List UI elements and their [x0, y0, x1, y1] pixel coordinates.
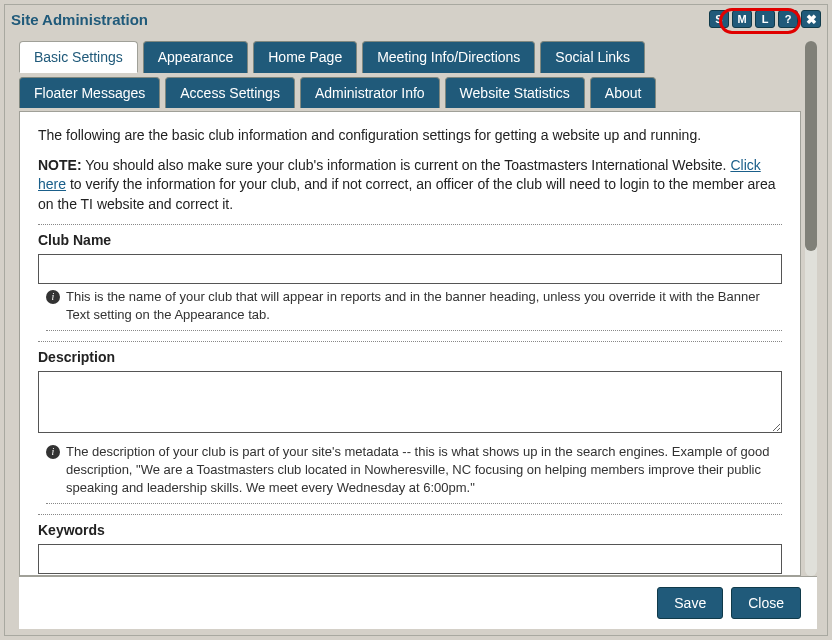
dialog-title: Site Administration	[11, 11, 148, 28]
tab-access-settings[interactable]: Access Settings	[165, 77, 295, 108]
club-name-input[interactable]	[38, 254, 782, 284]
dialog-body: Basic Settings Appearance Home Page Meet…	[5, 33, 827, 576]
tab-social-links[interactable]: Social Links	[540, 41, 645, 73]
club-name-help: i This is the name of your club that wil…	[46, 288, 782, 331]
tab-row-1: Basic Settings Appearance Home Page Meet…	[19, 41, 801, 77]
tab-home-page[interactable]: Home Page	[253, 41, 357, 73]
club-name-label: Club Name	[38, 224, 782, 251]
size-large-button[interactable]: L	[755, 10, 775, 28]
info-icon: i	[46, 445, 60, 459]
dialog-footer: Save Close	[19, 576, 817, 629]
scrollbar[interactable]	[805, 41, 817, 576]
description-input[interactable]	[38, 371, 782, 433]
description-label: Description	[38, 341, 782, 368]
size-medium-button[interactable]: M	[732, 10, 752, 28]
tab-panel: The following are the basic club informa…	[19, 111, 801, 576]
tab-appearance[interactable]: Appearance	[143, 41, 249, 73]
size-small-button[interactable]: S	[709, 10, 729, 28]
site-admin-dialog: Site Administration S M L ? ✖ Basic Sett…	[4, 4, 828, 636]
save-button[interactable]: Save	[657, 587, 723, 619]
titlebar: Site Administration S M L ? ✖	[5, 5, 827, 33]
scroll-thumb[interactable]	[805, 41, 817, 251]
tab-basic-settings[interactable]: Basic Settings	[19, 41, 138, 73]
tab-row-2: Floater Messages Access Settings Adminis…	[19, 77, 801, 112]
keywords-label: Keywords	[38, 514, 782, 541]
tab-about[interactable]: About	[590, 77, 657, 108]
tab-floater-messages[interactable]: Floater Messages	[19, 77, 160, 108]
help-button[interactable]: ?	[778, 10, 798, 28]
tab-meeting-info[interactable]: Meeting Info/Directions	[362, 41, 535, 73]
tab-administrator-info[interactable]: Administrator Info	[300, 77, 440, 108]
title-buttons: S M L ? ✖	[709, 10, 821, 28]
tab-website-statistics[interactable]: Website Statistics	[445, 77, 585, 108]
note-label: NOTE:	[38, 157, 82, 173]
info-icon: i	[46, 290, 60, 304]
club-name-help-text: This is the name of your club that will …	[66, 288, 782, 324]
keywords-input[interactable]	[38, 544, 782, 574]
intro-text: The following are the basic club informa…	[38, 126, 782, 146]
close-button[interactable]: Close	[731, 587, 801, 619]
description-help-text: The description of your club is part of …	[66, 443, 782, 498]
close-x-button[interactable]: ✖	[801, 10, 821, 28]
note-paragraph: NOTE: You should also make sure your clu…	[38, 156, 782, 215]
description-help: i The description of your club is part o…	[46, 443, 782, 505]
